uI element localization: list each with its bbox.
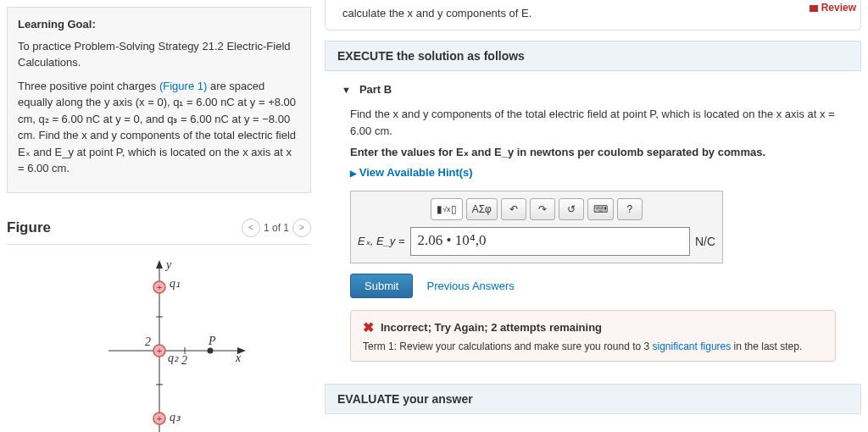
help-button[interactable]: ? bbox=[617, 198, 643, 220]
svg-text:2: 2 bbox=[145, 335, 151, 348]
svg-text:+: + bbox=[156, 282, 161, 292]
redo-button[interactable]: ↷ bbox=[530, 198, 555, 220]
problem-statement: Three positive point charges (Figure 1) … bbox=[18, 78, 300, 177]
svg-text:+: + bbox=[156, 346, 161, 356]
incorrect-icon: ✖ bbox=[363, 319, 374, 335]
learning-goal-box: Learning Goal: To practice Problem-Solvi… bbox=[7, 7, 311, 193]
part-b-header[interactable]: ▼ Part B bbox=[325, 71, 861, 101]
keyboard-button[interactable]: ⌨ bbox=[587, 198, 614, 220]
answer-lhs: Eₓ, E_y = bbox=[358, 235, 405, 247]
caret-down-icon: ▼ bbox=[342, 85, 351, 95]
svg-marker-1 bbox=[156, 260, 163, 269]
svg-text:q₃: q₃ bbox=[170, 411, 181, 424]
answer-unit: N/C bbox=[695, 235, 715, 248]
part-b-instruction: Enter the values for Eₓ and E_y in newto… bbox=[350, 144, 836, 161]
part-b-title: Part B bbox=[359, 83, 392, 96]
figure-prev-button[interactable]: < bbox=[242, 219, 260, 237]
figure-diagram: + + + y x q₁ q₂ q₃ P 2 2 bbox=[7, 245, 311, 433]
figure-heading: Figure bbox=[7, 219, 51, 236]
feedback-box: ✖ Incorrect; Try Again; 2 attempts remai… bbox=[350, 310, 836, 362]
reset-button[interactable]: ↺ bbox=[559, 198, 584, 220]
svg-text:y: y bbox=[164, 258, 172, 271]
evaluate-header: EVALUATE your answer bbox=[325, 384, 861, 414]
answer-box: ▮√x▯ ΑΣφ ↶ ↷ ↺ ⌨ ? Eₓ, E_y = 2.06 • 10⁴,… bbox=[350, 191, 723, 263]
svg-text:q₂: q₂ bbox=[168, 352, 179, 364]
submit-button[interactable]: Submit bbox=[350, 274, 413, 298]
answer-input[interactable]: 2.06 • 10⁴,0 bbox=[410, 227, 690, 256]
symbols-button[interactable]: ΑΣφ bbox=[466, 198, 498, 220]
calculate-bar: calculate the x and y components of E. bbox=[325, 0, 861, 30]
svg-text:P: P bbox=[208, 335, 216, 347]
view-hints-link[interactable]: View Available Hint(s) bbox=[350, 166, 836, 179]
previous-answers-link[interactable]: Previous Answers bbox=[426, 280, 514, 292]
execute-header: EXECUTE the solution as follows bbox=[325, 41, 861, 71]
feedback-title: Incorrect; Try Again; 2 attempts remaini… bbox=[381, 321, 602, 334]
svg-point-14 bbox=[207, 347, 213, 353]
sig-figures-link[interactable]: significant figures bbox=[653, 341, 732, 352]
svg-text:q₁: q₁ bbox=[170, 277, 181, 290]
svg-text:x: x bbox=[235, 352, 242, 364]
figure-next-button[interactable]: > bbox=[292, 219, 311, 237]
figure-pager: < 1 of 1 > bbox=[242, 219, 311, 237]
feedback-message: Term 1: Review your calculations and mak… bbox=[363, 341, 823, 352]
review-link[interactable]: Review bbox=[810, 2, 856, 14]
part-b-prompt: Find the x and y components of the total… bbox=[350, 106, 836, 139]
undo-button[interactable]: ↶ bbox=[501, 198, 526, 220]
learning-goal-title: Learning Goal: bbox=[18, 16, 300, 33]
figure-page-indicator: 1 of 1 bbox=[264, 222, 289, 234]
svg-text:2: 2 bbox=[181, 354, 187, 367]
learning-goal-text: To practice Problem-Solving Strategy 21.… bbox=[18, 38, 300, 71]
svg-text:+: + bbox=[156, 413, 161, 424]
figure-link[interactable]: (Figure 1) bbox=[159, 80, 207, 92]
template-toggle-button[interactable]: ▮√x▯ bbox=[431, 198, 462, 220]
